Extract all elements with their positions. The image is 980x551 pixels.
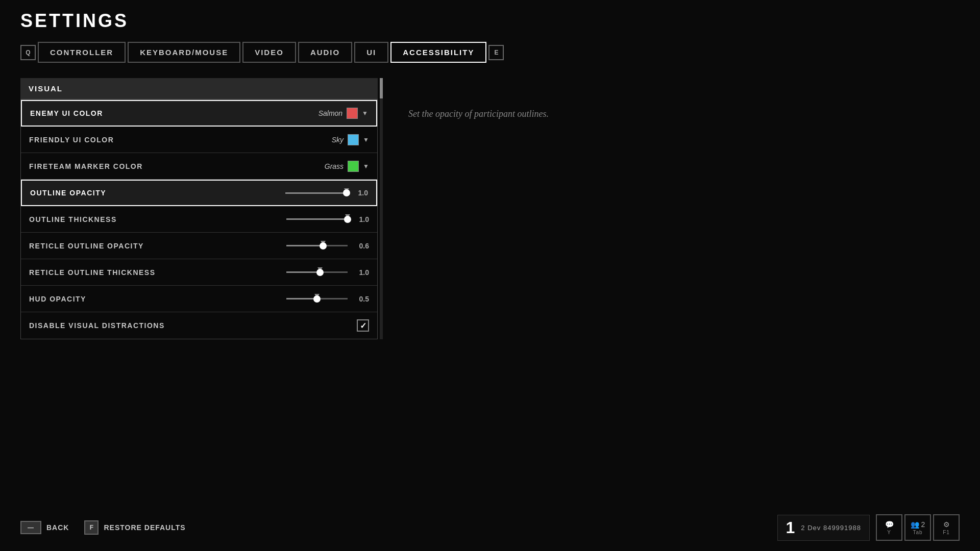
dropdown-arrow-enemy: ▼ [362, 110, 368, 117]
section-header: VISUAL [20, 78, 378, 99]
description-text: Set the opacity of participant outlines. [408, 109, 960, 119]
setting-enemy-ui-color[interactable]: ENEMY UI COLOR Salmon ▼ [21, 100, 377, 127]
setting-value-outline-opacity: 1.0 [285, 189, 368, 197]
dropdown-arrow-friendly: ▼ [363, 136, 369, 143]
chat-button[interactable]: 💬 Y [876, 514, 902, 541]
team-key: Tab [913, 530, 922, 535]
setting-friendly-ui-color[interactable]: FRIENDLY UI COLOR Sky ▼ [21, 127, 377, 153]
restore-key-icon: F [84, 520, 99, 535]
page-title: SETTINGS [20, 10, 960, 32]
setting-value-enemy-ui-color: Salmon ▼ [318, 108, 368, 119]
slider-value-hud-opacity: 0.5 [354, 295, 369, 303]
team-icon: 👥 2 [911, 520, 925, 529]
back-label: Back [46, 523, 69, 532]
slider-value-reticle-outline-opacity: 0.6 [354, 242, 369, 250]
settings-list: ENEMY UI COLOR Salmon ▼ FRIENDLY UI COLO… [20, 99, 378, 339]
tab-key-e: E [488, 45, 504, 60]
player-name: 2 Dev 849991988 [801, 524, 861, 532]
back-button[interactable]: — Back [20, 521, 69, 534]
settings-panel: VISUAL ENEMY UI COLOR Salmon ▼ [20, 78, 378, 339]
back-key-icon: — [20, 521, 41, 534]
scrollbar-thumb[interactable] [380, 78, 383, 98]
setting-label-reticle-outline-thickness: RETICLE OUTLINE THICKNESS [29, 268, 286, 277]
slider-track-reticle-outline-opacity[interactable] [286, 245, 348, 246]
description-panel: Set the opacity of participant outlines. [398, 78, 960, 339]
slider-value-outline-opacity: 1.0 [353, 189, 368, 197]
chat-icon: 💬 [885, 520, 894, 529]
setting-disable-visual-distractions[interactable]: DISABLE VISUAL DISTRACTIONS [21, 312, 377, 339]
setting-label-fireteam: FIRETEAM MARKER COLOR [29, 162, 325, 170]
tabs-row: Q CONTROLLER KEYBOARD/MOUSE VIDEO AUDIO … [20, 42, 960, 63]
setting-value-fireteam: Grass ▼ [325, 161, 369, 172]
slider-value-outline-thickness: 1.0 [354, 215, 369, 223]
setting-value-friendly-ui-color: Sky ▼ [332, 134, 369, 145]
slider-value-reticle-outline-thickness: 1.0 [354, 268, 369, 277]
setting-label-friendly-ui-color: FRIENDLY UI COLOR [29, 136, 332, 144]
action-buttons: 💬 Y 👥 2 Tab ⚙ F1 [876, 514, 960, 541]
dropdown-arrow-fireteam: ▼ [363, 163, 369, 170]
color-value-friendly-text: Sky [332, 136, 344, 144]
slider-track-outline-opacity[interactable] [285, 192, 347, 194]
slider-track-outline-thickness[interactable] [286, 218, 348, 220]
setting-outline-thickness[interactable]: OUTLINE THICKNESS 1.0 [21, 206, 377, 233]
tab-video[interactable]: VIDEO [242, 42, 296, 63]
settings-action-button[interactable]: ⚙ F1 [933, 514, 960, 541]
player-info: 1 2 Dev 849991988 [777, 515, 870, 541]
bottom-left-actions: — Back F Restore Defaults [20, 520, 186, 535]
setting-label-hud-opacity: HUD OPACITY [29, 295, 286, 303]
slider-track-hud-opacity[interactable] [286, 298, 348, 299]
setting-label-outline-thickness: OUTLINE THICKNESS [29, 215, 286, 223]
team-button[interactable]: 👥 2 Tab [904, 514, 931, 541]
setting-value-disable-visual-distractions [357, 319, 369, 332]
restore-defaults-button[interactable]: F Restore Defaults [84, 520, 185, 535]
setting-value-outline-thickness: 1.0 [286, 215, 369, 223]
tab-audio[interactable]: AUDIO [298, 42, 352, 63]
settings-key: F1 [943, 530, 950, 535]
setting-outline-opacity[interactable]: OUTLINE OPACITY 1.0 [21, 180, 377, 206]
bottom-bar: — Back F Restore Defaults 1 2 Dev 849991… [20, 514, 960, 541]
setting-fireteam-marker-color[interactable]: FIRETEAM MARKER COLOR Grass ▼ [21, 153, 377, 180]
scrollbar-track[interactable] [380, 78, 383, 339]
color-swatch-fireteam [348, 161, 359, 172]
tab-key-q: Q [20, 45, 36, 60]
color-value-text: Salmon [318, 109, 342, 117]
chat-key: Y [887, 530, 891, 535]
setting-reticle-outline-thickness[interactable]: RETICLE OUTLINE THICKNESS 1.0 [21, 259, 377, 286]
slider-track-reticle-outline-thickness[interactable] [286, 271, 348, 273]
tab-keyboard-mouse[interactable]: KEYBOARD/MOUSE [128, 42, 240, 63]
setting-value-reticle-outline-thickness: 1.0 [286, 268, 369, 277]
bottom-right-info: 1 2 Dev 849991988 💬 Y 👥 2 Tab ⚙ F1 [777, 514, 960, 541]
setting-value-hud-opacity: 0.5 [286, 295, 369, 303]
player-number: 1 [786, 518, 795, 537]
setting-label-reticle-outline-opacity: RETICLE OUTLINE OPACITY [29, 242, 286, 250]
color-swatch-friendly [348, 134, 359, 145]
setting-hud-opacity[interactable]: HUD OPACITY 0.5 [21, 286, 377, 312]
color-swatch-enemy [347, 108, 358, 119]
setting-label-outline-opacity: OUTLINE OPACITY [30, 189, 285, 197]
content-area: VISUAL ENEMY UI COLOR Salmon ▼ [20, 78, 960, 339]
setting-reticle-outline-opacity[interactable]: RETICLE OUTLINE OPACITY 0.6 [21, 233, 377, 259]
tab-accessibility[interactable]: ACCESSIBILITY [390, 42, 486, 63]
setting-label-disable-visual-distractions: DISABLE VISUAL DISTRACTIONS [29, 321, 357, 330]
tab-controller[interactable]: CONTROLLER [38, 42, 126, 63]
setting-value-reticle-outline-opacity: 0.6 [286, 242, 369, 250]
setting-label-enemy-ui-color: ENEMY UI COLOR [30, 109, 318, 117]
checkbox-disable-visual-distractions[interactable] [357, 319, 369, 332]
tab-ui[interactable]: UI [354, 42, 388, 63]
color-value-fireteam-text: Grass [325, 162, 344, 170]
restore-defaults-label: Restore Defaults [104, 523, 185, 532]
settings-icon: ⚙ [943, 520, 950, 529]
